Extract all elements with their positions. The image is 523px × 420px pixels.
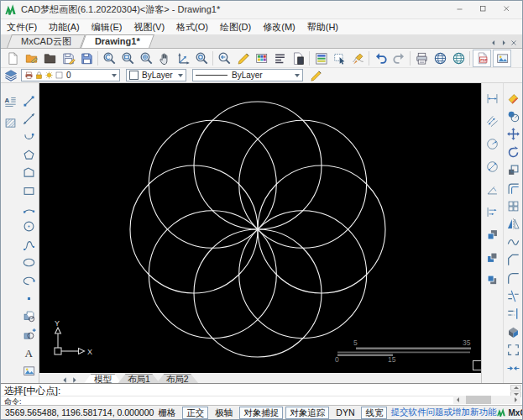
toolbar-print-button[interactable] <box>412 50 431 67</box>
draw-ellipse-arc-button[interactable] <box>20 272 38 289</box>
modify-trim-button[interactable] <box>505 287 522 304</box>
modify-chamfer-button[interactable] <box>505 252 522 269</box>
dim-dim-baseline-button[interactable] <box>484 203 501 220</box>
draw-spline-button[interactable] <box>20 236 38 253</box>
menu-item-1[interactable]: 功能(A) <box>43 21 86 34</box>
modify-explode-button[interactable] <box>505 323 522 340</box>
modify-copy-button[interactable] <box>505 108 522 124</box>
menu-item-6[interactable]: 修改(M) <box>257 21 301 34</box>
status-toggle-对象追踪[interactable]: 对象追踪 <box>285 407 329 419</box>
dim-draworder-above-button[interactable] <box>484 271 501 288</box>
draw-text-button[interactable]: A <box>20 344 38 361</box>
draw-polygon-button[interactable] <box>20 146 38 163</box>
toolbar-layer-dialog-button[interactable] <box>311 50 330 67</box>
toolbar-color-palette-button[interactable] <box>252 50 270 67</box>
modify-offset-button[interactable] <box>505 180 522 197</box>
scroll-right-icon[interactable] <box>511 396 520 404</box>
modify-move-button[interactable] <box>505 126 522 143</box>
toolbar-save-as-button[interactable] <box>77 50 96 67</box>
menu-item-3[interactable]: 视图(V) <box>128 21 170 34</box>
toolbar-pencil-edit-button[interactable] <box>233 50 252 67</box>
dim-dim-linear-button[interactable] <box>484 90 501 107</box>
modify-fillet-button[interactable] <box>505 270 522 286</box>
toolbar-new-file-button[interactable] <box>3 50 22 67</box>
drawing-canvas[interactable]: YX535015 <box>39 83 483 373</box>
toolbar-zoom-extents-button[interactable] <box>137 50 155 67</box>
menu-item-0[interactable]: 文件(F) <box>1 21 43 34</box>
status-toggle-栅格[interactable]: 栅格 <box>154 407 180 419</box>
draw-hatch-button[interactable] <box>2 114 19 131</box>
menu-item-4[interactable]: 格式(O) <box>170 21 214 34</box>
minimize-button[interactable] <box>448 1 472 18</box>
draw-polyline-button[interactable] <box>20 165 38 181</box>
toolbar-undo-button[interactable] <box>371 50 390 67</box>
toolbar-insert-image-button[interactable] <box>493 50 511 67</box>
menu-item-5[interactable]: 绘图(D) <box>214 21 257 34</box>
toolbar-zoom-object-button[interactable] <box>192 50 211 67</box>
toolbar-doc-dark-button[interactable] <box>289 50 307 67</box>
toolbar-save-button[interactable] <box>59 50 77 67</box>
modify-region-button[interactable] <box>505 342 522 359</box>
status-toggle-DYN[interactable]: DYN <box>332 407 358 419</box>
toolbar-web-globe-2-button[interactable] <box>449 50 468 67</box>
toolbar-pan-button[interactable] <box>155 50 174 67</box>
document-tab-0[interactable]: MxCAD云图 <box>9 34 83 48</box>
document-tab-1[interactable]: Drawing1* <box>83 34 152 48</box>
toolbar-open-cloud-button[interactable] <box>22 50 40 67</box>
modify-array-button[interactable] <box>505 197 522 214</box>
toolbar-export-pdf-button[interactable]: PDF <box>473 50 491 67</box>
scroll-up-icon[interactable] <box>510 385 521 391</box>
modify-spline-edit-button[interactable] <box>505 234 522 250</box>
toolbar-web-globe-button[interactable] <box>431 50 449 67</box>
tab-nav-next-button[interactable] <box>500 39 507 46</box>
modify-rotate-button[interactable] <box>505 144 522 160</box>
dim-dim-diameter-button[interactable] <box>484 158 501 175</box>
modify-mirror-button[interactable] <box>505 216 522 233</box>
tab-nav-prev-button[interactable] <box>490 39 497 46</box>
modify-scale-button[interactable] <box>505 162 522 179</box>
draw-ellipse-button[interactable] <box>20 255 38 271</box>
close-button[interactable] <box>495 1 519 18</box>
modify-extend-button[interactable] <box>505 306 522 323</box>
modify-join-button[interactable] <box>505 360 522 376</box>
draw-arc-button[interactable] <box>20 129 38 145</box>
toolbar-ucs-axes-button[interactable] <box>174 50 192 67</box>
match-properties-button[interactable] <box>309 69 326 82</box>
dim-draworder-front-button[interactable] <box>484 226 501 243</box>
dim-draworder-back-button[interactable] <box>484 249 501 265</box>
toolbar-open-folder-button[interactable] <box>40 50 59 67</box>
feedback-link[interactable]: 提交软件问题或增加新功能 <box>390 407 496 418</box>
draw-image-button[interactable] <box>20 362 38 379</box>
layers-button[interactable] <box>4 69 21 82</box>
draw-xline-button[interactable] <box>20 110 38 127</box>
status-toggle-对象捕捉[interactable]: 对象捕捉 <box>239 407 283 419</box>
layer-select[interactable]: 0 <box>21 69 120 81</box>
toolbar-redo-button[interactable] <box>390 50 408 67</box>
command-window[interactable]: 选择[中心点]: 命令: <box>1 383 522 405</box>
menu-item-2[interactable]: 编辑(E) <box>86 21 128 34</box>
toolbar-match-brush-button[interactable] <box>348 50 367 67</box>
draw-rectangle-button[interactable] <box>20 182 38 199</box>
status-toggle-极轴[interactable]: 极轴 <box>211 407 237 419</box>
toolbar-zoom-dynamic-button[interactable] <box>100 50 118 67</box>
draw-insert-block-button[interactable] <box>20 308 38 325</box>
scroll-left-icon[interactable] <box>453 396 463 404</box>
color-select[interactable]: ByLayer <box>126 69 186 81</box>
maximize-button[interactable] <box>472 1 495 18</box>
modify-erase-button[interactable] <box>505 90 522 107</box>
draw-arc-3point-button[interactable] <box>20 200 38 217</box>
dim-dim-aligned-button[interactable] <box>484 113 501 129</box>
draw-create-block-button[interactable] <box>20 326 38 343</box>
tab-nav-close-button[interactable] <box>510 39 517 46</box>
dim-dim-radius-button[interactable] <box>484 135 501 152</box>
scrollbar-thumb[interactable] <box>466 396 491 404</box>
toolbar-zoom-window-button[interactable] <box>118 50 137 67</box>
draw-circle-button[interactable] <box>20 218 38 235</box>
draw-line-button[interactable] <box>20 92 38 109</box>
dim-dim-angular-button[interactable] <box>484 181 501 197</box>
command-horizontal-scrollbar[interactable] <box>453 396 520 404</box>
linetype-select[interactable]: ByLayer <box>192 69 303 81</box>
toolbar-zoom-previous-button[interactable] <box>215 50 233 67</box>
toolbar-select-objects-button[interactable] <box>330 50 348 67</box>
status-toggle-正交[interactable]: 正交 <box>182 407 208 419</box>
